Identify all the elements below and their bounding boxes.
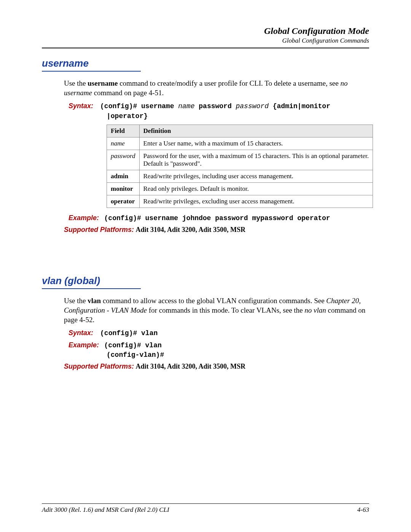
- platforms-label: Supported Platforms:: [64, 226, 134, 233]
- footer-row: Adit 3000 (Rel. 1.6) and MSR Card (Rel 2…: [42, 506, 369, 514]
- syntax-text: (config)# vlan: [100, 329, 158, 337]
- header-rule: [42, 48, 369, 48]
- page: Global Configuration Mode Global Configu…: [0, 0, 411, 532]
- section-gap: [42, 241, 369, 275]
- supported-platforms: Supported Platforms: Adit 3104, Adit 320…: [64, 363, 369, 371]
- syntax-block: Syntax: (config)# username name password…: [107, 101, 369, 121]
- cell-field: monitor: [107, 182, 140, 195]
- col-field: Field: [107, 125, 140, 137]
- cell-def: Password for the user, with a maximum of…: [139, 150, 373, 170]
- table-row: monitor Read only privileges. Default is…: [107, 182, 373, 195]
- ref-command: no vlan: [304, 306, 326, 314]
- table-row: name Enter a User name, with a maximum o…: [107, 137, 373, 150]
- example-line-2: (config-vlan)#: [107, 351, 164, 359]
- text: command on page 4-51.: [92, 89, 164, 97]
- command-name: vlan: [88, 297, 101, 305]
- cell-def: Read/write privileges, including user ac…: [139, 170, 373, 182]
- header-subtitle: Global Configuration Commands: [42, 37, 369, 45]
- section-vlan-global: vlan (global) Use the vlan command to al…: [42, 275, 369, 371]
- example-line-1: (config)# vlan: [104, 342, 162, 349]
- syntax-label: Syntax:: [68, 102, 93, 110]
- text: Use the: [64, 297, 88, 305]
- cell-def: Enter a User name, with a maximum of 15 …: [139, 137, 373, 150]
- page-footer: Adit 3000 (Rel. 1.6) and MSR Card (Rel 2…: [42, 503, 369, 514]
- platforms-label: Supported Platforms:: [64, 363, 134, 370]
- command-name: username: [88, 79, 118, 87]
- example-label: Example:: [68, 214, 99, 222]
- text: command to allow access to the global VL…: [101, 297, 326, 305]
- footer-rule: [42, 503, 369, 504]
- cell-field: password: [107, 150, 140, 170]
- text: (config)# username: [100, 102, 178, 110]
- section-username: username Use the username command to cre…: [42, 58, 369, 234]
- col-definition: Definition: [139, 125, 373, 137]
- cell-field: operator: [107, 195, 140, 208]
- text: password: [194, 102, 236, 110]
- table-row: password Password for the user, with a m…: [107, 150, 373, 170]
- intro-paragraph: Use the username command to create/modif…: [64, 79, 369, 97]
- intro-paragraph: Use the vlan command to allow access to …: [64, 296, 369, 324]
- cell-field: admin: [107, 170, 140, 182]
- definition-table: Field Definition name Enter a User name,…: [107, 125, 373, 208]
- platforms-text: Adit 3104, Adit 3200, Adit 3500, MSR: [136, 363, 246, 370]
- param: name: [178, 102, 194, 110]
- heading-underline: [42, 288, 141, 289]
- param: password: [236, 102, 269, 110]
- platforms-text: Adit 3104, Adit 3200, Adit 3500, MSR: [136, 226, 246, 233]
- syntax-block: Syntax: (config)# vlan: [107, 328, 369, 338]
- header-title: Global Configuration Mode: [42, 26, 369, 36]
- example-block: Example: (config)# vlan (config-vlan)#: [107, 340, 369, 360]
- table-row: operator Read/write privileges, excludin…: [107, 195, 373, 208]
- example-block: Example: (config)# username johndoe pass…: [107, 213, 369, 223]
- syntax-text: (config)# username name password passwor…: [100, 102, 330, 120]
- cell-field: name: [107, 137, 140, 150]
- syntax-label: Syntax:: [68, 329, 93, 337]
- section-heading-vlan: vlan (global): [42, 275, 369, 287]
- table-header-row: Field Definition: [107, 125, 373, 137]
- text: Use the: [64, 79, 88, 87]
- cell-def: Read/write privileges, excluding user ac…: [139, 195, 373, 208]
- supported-platforms: Supported Platforms: Adit 3104, Adit 320…: [64, 226, 369, 234]
- text: command to create/modify a user profile …: [118, 79, 340, 87]
- footer-left: Adit 3000 (Rel. 1.6) and MSR Card (Rel 2…: [42, 506, 169, 514]
- footer-page-number: 4-63: [357, 506, 369, 514]
- heading-underline: [42, 71, 141, 72]
- text: for commands in this mode. To clear VLAN…: [147, 306, 304, 314]
- section-heading-username: username: [42, 58, 369, 69]
- example-text: (config)# username johndoe password mypa…: [104, 214, 330, 222]
- page-header: Global Configuration Mode Global Configu…: [42, 26, 369, 45]
- definition-table-wrap: Field Definition name Enter a User name,…: [107, 125, 369, 208]
- cell-def: Read only privileges. Default is monitor…: [139, 182, 373, 195]
- table-row: admin Read/write privileges, including u…: [107, 170, 373, 182]
- example-label: Example:: [68, 341, 99, 349]
